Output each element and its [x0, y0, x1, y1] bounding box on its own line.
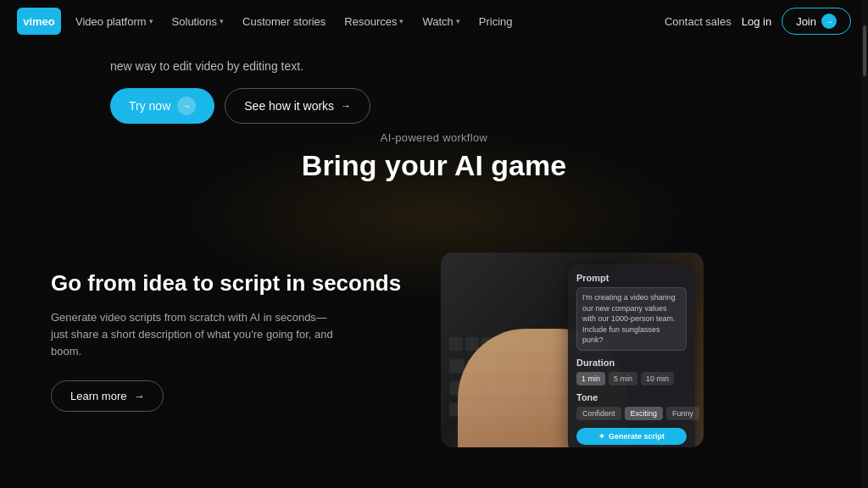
left-content: Go from idea to script in seconds Genera… [51, 252, 407, 412]
chevron-down-icon: ▾ [149, 17, 153, 25]
duration-options: 1 min 5 min 10 min [576, 372, 687, 385]
contact-sales-link[interactable]: Contact sales [665, 15, 732, 28]
duration-label: Duration [576, 358, 687, 368]
nav-item-video-platform[interactable]: Video platform ▾ [68, 11, 161, 32]
chevron-down-icon: ▾ [220, 17, 224, 25]
prompt-text[interactable]: I'm creating a video sharing our new com… [576, 287, 687, 351]
join-button[interactable]: Join → [782, 8, 851, 35]
tone-funny-button[interactable]: Funny [666, 407, 699, 420]
navbar: vimeo Video platform ▾ Solutions ▾ Custo… [0, 0, 868, 42]
learn-more-button[interactable]: Learn more → [51, 380, 164, 412]
right-mockup: Prompt I'm creating a video sharing our … [441, 252, 704, 447]
hero-buttons: Try now → See how it works → [110, 88, 758, 124]
chevron-down-icon: ▾ [399, 17, 403, 25]
duration-5min-button[interactable]: 5 min [609, 372, 637, 385]
login-link[interactable]: Log in [742, 15, 771, 28]
hero-subtext: new way to edit video by editing text. [110, 59, 758, 73]
star-icon: ✦ [598, 432, 605, 441]
try-now-button[interactable]: Try now → [110, 88, 214, 124]
nav-item-resources[interactable]: Resources ▾ [337, 11, 411, 32]
bottom-row: Go from idea to script in seconds Genera… [0, 252, 868, 447]
arrow-icon: → [177, 97, 196, 115]
tone-label: Tone [576, 392, 687, 402]
prompt-card: Prompt I'm creating a video sharing our … [568, 264, 695, 447]
arrow-icon: → [133, 390, 144, 402]
arrow-icon: → [821, 14, 837, 29]
prompt-label: Prompt [576, 273, 687, 283]
nav-right: Contact sales Log in Join → [665, 8, 851, 35]
chevron-down-icon: ▾ [456, 17, 460, 25]
duration-10min-button[interactable]: 10 min [641, 372, 674, 385]
ai-section: AI-powered workflow Bring your AI game [0, 131, 868, 208]
nav-item-pricing[interactable]: Pricing [471, 11, 520, 32]
vimeo-logo[interactable]: vimeo [17, 8, 61, 35]
scrollbar[interactable] [861, 0, 868, 488]
ai-label: AI-powered workflow [381, 131, 487, 144]
arrow-icon: → [341, 100, 351, 112]
duration-1min-button[interactable]: 1 min [576, 372, 605, 385]
nav-item-solutions[interactable]: Solutions ▾ [164, 11, 231, 32]
tone-exciting-button[interactable]: Exciting [625, 407, 664, 420]
nav-item-customer-stories[interactable]: Customer stories [235, 11, 333, 32]
ai-heading: Bring your AI game [302, 149, 566, 182]
left-heading: Go from idea to script in seconds [51, 269, 407, 297]
nav-item-watch[interactable]: Watch ▾ [415, 11, 467, 32]
tone-confident-button[interactable]: Confident [576, 407, 621, 420]
left-description: Generate video scripts from scratch with… [51, 309, 339, 360]
nav-items: Video platform ▾ Solutions ▾ Customer st… [68, 11, 658, 32]
see-how-it-works-button[interactable]: See how it works → [225, 88, 370, 124]
generate-script-button[interactable]: ✦ Generate script [576, 428, 687, 445]
tone-options: Confident Exciting Funny [576, 407, 687, 420]
